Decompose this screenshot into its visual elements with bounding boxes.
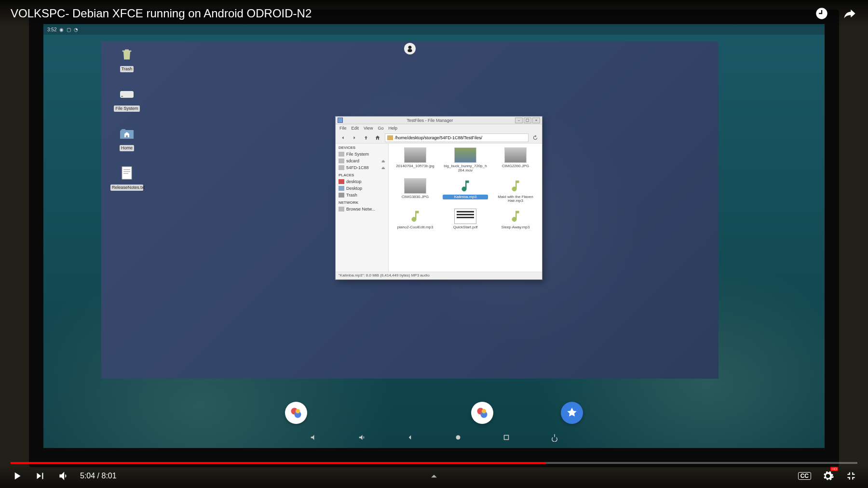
minimize-button[interactable]: –	[515, 118, 523, 123]
monitor-bezel: 3:52 ◉ ▢ ◔ Trash	[29, 10, 839, 467]
next-button[interactable]	[34, 470, 46, 482]
sidebar-heading-devices: DEVICES	[336, 144, 388, 151]
file-manager-window[interactable]: TestFiles - File Manager – ▢ × File Edit…	[335, 116, 542, 280]
drive-icon	[339, 152, 344, 157]
share-button[interactable]	[842, 6, 857, 21]
play-button[interactable]	[11, 470, 23, 482]
android-dock	[285, 402, 583, 424]
desktop-icon-release-notes[interactable]: ReleaseNotes.txt	[110, 166, 144, 191]
home-button[interactable]	[373, 133, 382, 142]
folder-icon	[387, 135, 393, 140]
menu-file[interactable]: File	[339, 126, 347, 131]
file-name: piano2-CoolEdit.mp3	[393, 225, 438, 230]
music-icon	[454, 178, 476, 194]
nav-power[interactable]	[550, 433, 559, 442]
desktop-icon-home[interactable]: Home	[110, 126, 144, 151]
quality-badge: HD	[830, 467, 838, 471]
dock-app-center1[interactable]	[471, 402, 493, 424]
status-indicator-icon: ◉	[59, 27, 64, 32]
menu-edit[interactable]: Edit	[352, 126, 359, 131]
file-item[interactable]: piano2-CoolEdit.mp3	[392, 208, 439, 231]
eject-icon[interactable]: ⏏	[381, 159, 385, 163]
svg-point-13	[482, 409, 486, 413]
current-time: 5:04	[80, 472, 95, 480]
text-file-icon	[117, 166, 136, 180]
nav-vol-up[interactable]	[357, 433, 366, 442]
nav-vol-down[interactable]	[309, 433, 318, 442]
file-grid[interactable]: 20140704_10573b.jpgbig_buck_bunny_720p_h…	[389, 144, 542, 272]
music-icon	[504, 178, 527, 194]
volume-button[interactable]	[57, 470, 69, 482]
file-item[interactable]: big_buck_bunny_720p_h264.mov	[442, 146, 489, 174]
eject-icon[interactable]: ⏏	[381, 166, 385, 170]
xfce-launcher-bubble[interactable]	[404, 43, 416, 54]
file-name: Maid with the Flaxen Hair.mp3	[493, 195, 538, 204]
svg-point-14	[456, 435, 461, 440]
file-name: big_buck_bunny_720p_h264.mov	[443, 164, 488, 173]
sidebar-item-browse-network[interactable]: Browse Netw...	[336, 206, 388, 212]
path-input[interactable]	[395, 135, 526, 140]
file-item[interactable]: 20140704_10573b.jpg	[392, 146, 439, 174]
file-item[interactable]: Sleep Away.mp3	[492, 208, 539, 231]
music-icon	[504, 209, 527, 224]
nav-recent[interactable]	[502, 433, 511, 442]
menu-go[interactable]: Go	[378, 126, 383, 131]
youtube-controls: 5:04 / 8:01 CC HD	[0, 464, 868, 488]
captions-button[interactable]: CC	[798, 472, 811, 480]
forward-button[interactable]	[350, 133, 359, 142]
desktop-icon-label: Trash	[120, 66, 134, 72]
svg-rect-15	[504, 435, 509, 440]
watch-later-button[interactable]	[814, 6, 829, 21]
sidebar-item-desktop-home[interactable]: desktop	[336, 178, 388, 185]
android-navbar	[309, 433, 559, 442]
sidebar-item-label: sdcard	[346, 158, 359, 163]
sidebar-heading-places: PLACES	[336, 171, 388, 178]
file-name: CIMG3830.JPG	[393, 195, 438, 200]
desktop-icon-label: ReleaseNotes.txt	[110, 185, 143, 191]
image-thumb	[404, 178, 426, 194]
path-bar[interactable]	[385, 133, 529, 142]
time-display: 5:04 / 8:01	[80, 472, 117, 480]
up-button[interactable]	[362, 133, 370, 142]
sidebar-item-trash[interactable]: Trash	[336, 192, 388, 198]
dock-app-center2[interactable]	[561, 402, 583, 424]
svg-point-1	[407, 49, 412, 53]
sidebar-item-label: Desktop	[346, 186, 362, 191]
sidebar-item-filesystem[interactable]: File System	[336, 151, 388, 158]
dock-app-left[interactable]	[285, 402, 307, 424]
sidebar-item-sdcard[interactable]: sdcard⏏	[336, 158, 388, 164]
file-name: CIMG2260.JPG	[493, 164, 538, 169]
exit-fullscreen-button[interactable]	[845, 470, 857, 482]
file-item[interactable]: CIMG2260.JPG	[492, 146, 539, 174]
close-button[interactable]: ×	[532, 118, 540, 123]
sidebar-item-label: Browse Netw...	[346, 207, 375, 211]
sidebar-item-volume[interactable]: 54FD-1C88⏏	[336, 164, 388, 171]
xfce-desktop: Trash File System Home	[101, 41, 719, 379]
desktop-icons: Trash File System Home	[110, 47, 144, 191]
sidebar-item-label: File System	[346, 152, 369, 157]
window-titlebar[interactable]: TestFiles - File Manager – ▢ ×	[336, 117, 542, 124]
back-button[interactable]	[339, 133, 347, 142]
svg-point-10	[296, 409, 300, 413]
tux-icon	[406, 45, 414, 53]
menubar: File Edit View Go Help	[336, 124, 542, 132]
desktop-icon-file-system[interactable]: File System	[110, 87, 144, 112]
sidebar-item-desktop[interactable]: Desktop	[336, 185, 388, 192]
trash-icon	[339, 193, 344, 198]
nav-back[interactable]	[405, 433, 415, 442]
menu-help[interactable]: Help	[388, 126, 397, 131]
svg-rect-3	[121, 96, 123, 97]
settings-button[interactable]: HD	[822, 470, 834, 482]
clock-icon	[815, 7, 828, 20]
menu-view[interactable]: View	[364, 126, 373, 131]
svg-point-0	[408, 46, 412, 49]
file-item[interactable]: Kalimba.mp3	[442, 177, 489, 205]
music-icon	[404, 209, 426, 224]
reload-button[interactable]	[531, 134, 539, 142]
file-item[interactable]: Maid with the Flaxen Hair.mp3	[492, 177, 539, 205]
desktop-icon-trash[interactable]: Trash	[110, 47, 144, 72]
file-item[interactable]: QuickStart.pdf	[442, 208, 489, 231]
file-item[interactable]: CIMG3830.JPG	[392, 177, 439, 205]
maximize-button[interactable]: ▢	[524, 118, 531, 123]
nav-home[interactable]	[453, 433, 463, 442]
